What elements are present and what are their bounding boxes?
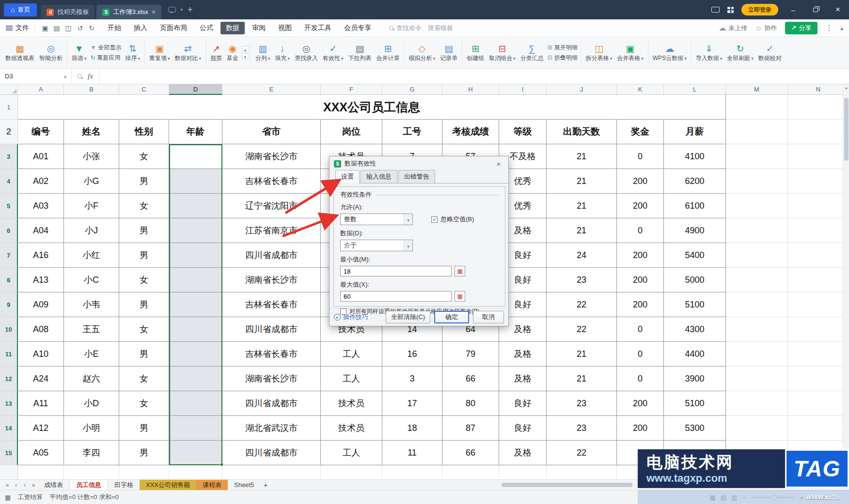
cell[interactable]: 4300 — [664, 317, 726, 342]
refresh-all-button[interactable]: 全部刷新 — [724, 39, 756, 67]
cell[interactable] — [169, 416, 222, 441]
cell[interactable]: A12 — [18, 416, 64, 441]
cell[interactable]: 66 — [442, 441, 499, 465]
cell[interactable]: 小C — [64, 268, 119, 292]
cloud-data-button[interactable]: WPS云数据 — [650, 39, 689, 67]
tips-link[interactable]: 操作技巧 — [334, 313, 368, 321]
consolidate-button[interactable]: 合并计算 — [374, 39, 402, 67]
cell[interactable]: 女 — [119, 194, 169, 218]
cell[interactable]: 小E — [64, 342, 119, 367]
row-number[interactable]: 6 — [0, 218, 18, 243]
cell[interactable]: 23 — [547, 268, 617, 292]
cell[interactable]: 0 — [617, 218, 664, 243]
cell[interactable]: 良好 — [499, 391, 547, 416]
cell[interactable] — [726, 342, 788, 367]
cell[interactable] — [788, 416, 849, 441]
stock-button[interactable]: 股票 — [208, 39, 224, 67]
row-number[interactable]: 15 — [0, 441, 18, 465]
cell[interactable] — [726, 95, 788, 120]
cell[interactable] — [321, 465, 382, 479]
cell[interactable]: 5400 — [664, 243, 726, 268]
cell[interactable]: 22 — [547, 441, 617, 465]
cell[interactable]: 辽宁省沈阳市 — [222, 194, 321, 218]
sort-button[interactable]: 排序 — [123, 39, 142, 67]
column-header[interactable]: C — [119, 84, 169, 95]
cell[interactable] — [726, 194, 788, 218]
ungroup-button[interactable]: 取消组合 — [487, 39, 518, 67]
cell[interactable]: A05 — [18, 441, 64, 465]
cell[interactable]: 湖南省长沙市 — [222, 268, 321, 292]
cell[interactable]: 22 — [547, 292, 617, 317]
cell[interactable] — [788, 268, 849, 292]
cell[interactable]: 66 — [442, 367, 499, 391]
cell[interactable] — [726, 243, 788, 268]
collapse-detail-button[interactable]: 折叠明细 — [548, 54, 578, 62]
row-number[interactable]: 11 — [0, 342, 18, 367]
min-value-input[interactable] — [340, 266, 452, 276]
search-icon[interactable] — [78, 74, 82, 78]
cell[interactable]: 22 — [547, 317, 617, 342]
column-header[interactable]: J — [547, 84, 617, 95]
cell[interactable]: 男 — [119, 243, 169, 268]
dialog-close-icon[interactable] — [493, 160, 504, 168]
fund-button[interactable]: 基金 — [224, 39, 241, 67]
cell[interactable]: 女 — [119, 317, 169, 342]
lookup-entry-button[interactable]: 查找录入 — [292, 39, 320, 67]
menu-insert[interactable]: 插入 — [128, 22, 153, 34]
tab-error-alert[interactable]: 出错警告 — [398, 170, 435, 183]
menu-review[interactable]: 审阅 — [247, 22, 271, 34]
cell[interactable]: 湖南省长沙市 — [222, 367, 321, 391]
menu-view[interactable]: 视图 — [273, 22, 297, 34]
cell[interactable]: 23 — [547, 416, 617, 441]
row-number[interactable]: 13 — [0, 391, 18, 416]
row-number[interactable]: 2 — [0, 120, 18, 144]
header-cell[interactable]: 月薪 — [664, 120, 726, 144]
cell[interactable] — [169, 218, 222, 243]
cell[interactable]: 湖北省武汉市 — [222, 416, 321, 441]
sheet-tab-sales[interactable]: XXX公司销售额 — [140, 480, 196, 490]
row-number[interactable]: 10 — [0, 317, 18, 342]
menu-data[interactable]: 数据 — [220, 22, 245, 34]
select-all-corner[interactable] — [0, 84, 18, 95]
save-icon[interactable] — [39, 23, 51, 33]
cell[interactable] — [788, 342, 849, 367]
cell[interactable]: 女 — [119, 144, 169, 169]
cell[interactable]: 四川省成都市 — [222, 243, 321, 268]
cell[interactable]: 四川省成都市 — [222, 391, 321, 416]
cell[interactable]: A04 — [18, 218, 64, 243]
close-tab-icon[interactable] — [152, 8, 156, 16]
cell[interactable]: 0 — [617, 342, 664, 367]
scroll-up-icon[interactable] — [843, 84, 849, 91]
cell[interactable] — [726, 268, 788, 292]
duplicates-button[interactable]: 重复项 — [147, 39, 173, 67]
expand-detail-button[interactable]: 展开明细 — [548, 44, 578, 52]
cell[interactable]: 3 — [382, 367, 442, 391]
table-title-cell[interactable]: XXX公司员工信息 — [18, 95, 726, 120]
row-number[interactable]: 8 — [0, 268, 18, 292]
cell[interactable]: 4400 — [664, 342, 726, 367]
cell[interactable]: 5300 — [664, 416, 726, 441]
import-data-button[interactable]: 导入数据 — [693, 39, 725, 67]
validation-button[interactable]: 有效性 — [320, 39, 346, 67]
cell[interactable]: 16 — [382, 342, 442, 367]
close-window-button[interactable] — [831, 3, 845, 16]
header-cell[interactable]: 性别 — [119, 120, 169, 144]
cell[interactable]: 女 — [119, 367, 169, 391]
collapse-ribbon-icon[interactable] — [840, 24, 843, 31]
cell[interactable] — [499, 465, 547, 479]
pivot-table-button[interactable]: 数据透视表 — [3, 39, 37, 67]
column-header[interactable]: M — [726, 84, 788, 95]
cell[interactable]: 200 — [617, 268, 664, 292]
cell[interactable]: 200 — [617, 243, 664, 268]
cell[interactable]: 及格 — [499, 367, 547, 391]
cancel-button[interactable]: 取消 — [473, 311, 504, 323]
undo-icon[interactable] — [74, 23, 86, 33]
cell[interactable]: 工人 — [321, 367, 382, 391]
cell[interactable] — [222, 465, 321, 479]
row-number[interactable]: 12 — [0, 367, 18, 391]
cell[interactable] — [788, 367, 849, 391]
cell[interactable]: 21 — [547, 194, 617, 218]
cell[interactable] — [169, 169, 222, 194]
cell[interactable]: A13 — [18, 268, 64, 292]
scroll-down-button[interactable] — [242, 53, 249, 60]
